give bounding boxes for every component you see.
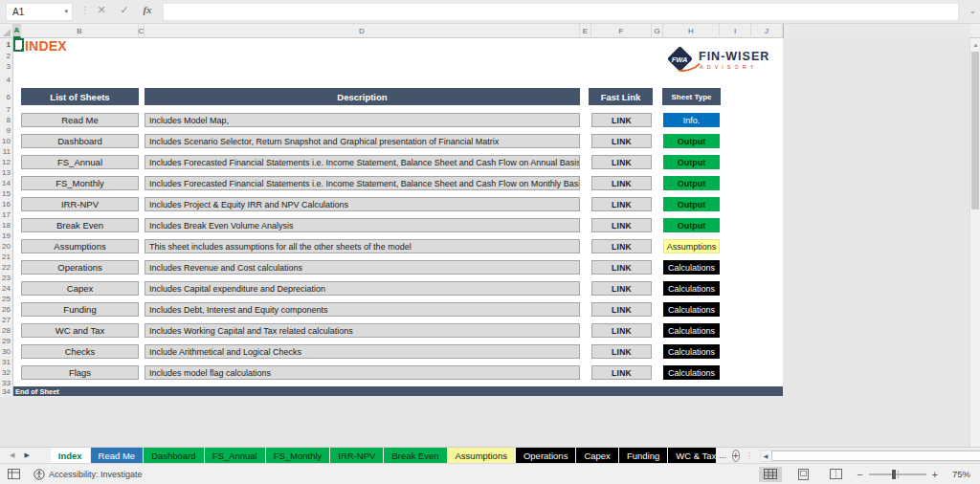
name-box[interactable]: A1 ▾ [6, 3, 73, 21]
sheet-tab-break-even[interactable]: Break Even [384, 448, 446, 463]
fast-link-button[interactable]: LINK [591, 176, 652, 190]
formula-bar-expand-icon[interactable]: ⌄ [969, 6, 976, 15]
row-header-23[interactable]: 23 [0, 275, 12, 281]
insert-function-icon[interactable]: fx [138, 4, 157, 15]
sheet-tab-assumptions[interactable]: Assumptions [448, 448, 515, 463]
row-header-1[interactable]: 1 [0, 38, 12, 51]
fast-link-button[interactable]: LINK [591, 302, 652, 317]
fast-link-button[interactable]: LINK [591, 218, 652, 232]
row-header-9[interactable]: 9 [0, 127, 12, 134]
column-header-B[interactable]: B [21, 24, 139, 38]
vertical-scrollbar[interactable]: ▲ ▼ [969, 38, 980, 463]
row-header-27[interactable]: 27 [0, 317, 12, 323]
fast-link-button[interactable]: LINK [591, 197, 652, 211]
normal-view-button[interactable] [759, 467, 782, 482]
row-header-29[interactable]: 29 [0, 338, 12, 344]
new-sheet-button[interactable]: + [732, 450, 740, 462]
row-header-26[interactable]: 26 [0, 302, 12, 317]
sheet-tab-operations[interactable]: Operations [516, 448, 575, 463]
row-header-34[interactable]: 34 [0, 386, 12, 396]
fast-link-button[interactable]: LINK [591, 155, 652, 169]
zoom-level[interactable]: 75% [947, 469, 970, 479]
zoom-slider-thumb[interactable] [892, 470, 896, 479]
fast-link-button[interactable]: LINK [591, 239, 652, 253]
row-header-28[interactable]: 28 [0, 323, 12, 338]
row-header-25[interactable]: 25 [0, 296, 12, 302]
sheet-name-cell: IRR-NPV [21, 197, 139, 211]
row-header-8[interactable]: 8 [0, 113, 12, 127]
row-header-30[interactable]: 30 [0, 344, 12, 359]
sheet-tab-capex[interactable]: Capex [576, 448, 617, 463]
scroll-left-icon[interactable]: ◀ [761, 452, 771, 459]
column-header-G[interactable]: G [652, 24, 663, 38]
sheet-tab-read-me[interactable]: Read Me [91, 448, 144, 463]
fast-link-button[interactable]: LINK [591, 260, 652, 275]
column-header-J[interactable]: J [751, 24, 783, 38]
row-header-4[interactable]: 4 [0, 73, 12, 86]
accessibility-status[interactable]: Accessibility: Investigate [33, 469, 143, 480]
scroll-up-icon[interactable]: ▲ [970, 38, 980, 51]
tab-scroll-right-icon[interactable]: ▶ [24, 451, 29, 459]
tab-scroll-left-icon[interactable]: ◀ [10, 451, 14, 459]
row-header-14[interactable]: 14 [0, 176, 12, 190]
row-header-20[interactable]: 20 [0, 239, 12, 253]
page-layout-view-button[interactable] [791, 467, 814, 482]
sheet-tab-fs-monthly[interactable]: FS_Monthly [266, 448, 330, 463]
horizontal-scrollbar[interactable]: ◀ ▶ [760, 450, 980, 462]
row-header-15[interactable]: 15 [0, 190, 12, 197]
column-header-I[interactable]: I [720, 24, 751, 38]
selected-cell-a1[interactable] [13, 38, 24, 52]
sheet-tab-irr-npv[interactable]: IRR-NPV [330, 448, 383, 463]
page-break-view-button[interactable] [824, 467, 847, 482]
fast-link-button[interactable]: LINK [591, 344, 652, 359]
fast-link-button[interactable]: LINK [591, 365, 652, 380]
sheet-tab-fs-annual[interactable]: FS_Annual [205, 448, 265, 463]
row-header-32[interactable]: 32 [0, 365, 12, 380]
fast-link-button[interactable]: LINK [591, 323, 652, 338]
row-header-21[interactable]: 21 [0, 253, 12, 260]
formula-input[interactable] [163, 3, 959, 21]
row-header-12[interactable]: 12 [0, 155, 12, 169]
fast-link-button[interactable]: LINK [591, 134, 652, 148]
row-header-3[interactable]: 3 [0, 60, 12, 73]
row-header-13[interactable]: 13 [0, 169, 12, 176]
sheet-tab-index[interactable]: Index [51, 448, 90, 463]
column-header-E[interactable]: E [580, 24, 591, 38]
sheet-tab-wc-tax[interactable]: WC & Tax [668, 448, 716, 463]
fast-link-button[interactable]: LINK [591, 281, 652, 296]
description-cell: Includes Revenue and Cost calculations [145, 260, 580, 275]
zoom-in-icon[interactable]: + [932, 469, 938, 480]
row-header-11[interactable]: 11 [0, 148, 12, 155]
enter-icon[interactable]: ✓ [115, 4, 134, 16]
zoom-out-icon[interactable]: − [857, 469, 862, 480]
row-header-16[interactable]: 16 [0, 197, 12, 211]
cancel-icon[interactable]: ✕ [92, 4, 111, 16]
fast-link-button[interactable]: LINK [591, 113, 652, 127]
row-header-7[interactable]: 7 [0, 105, 12, 113]
row-header-6[interactable]: 6 [0, 88, 12, 105]
tab-overflow-indicator[interactable]: ... [719, 448, 726, 463]
column-header-H[interactable]: H [663, 24, 720, 38]
row-header-10[interactable]: 10 [0, 134, 12, 148]
horizontal-scrollbar-thumb[interactable] [771, 451, 980, 461]
row-header-31[interactable]: 31 [0, 359, 12, 365]
column-header-A[interactable]: A [13, 24, 21, 38]
row-header-18[interactable]: 18 [0, 218, 12, 232]
zoom-slider[interactable] [869, 473, 926, 475]
vertical-scrollbar-thumb[interactable] [971, 52, 979, 209]
row-header-19[interactable]: 19 [0, 232, 12, 239]
logo-diamond-icon: FWA [668, 48, 691, 71]
row-header-17[interactable]: 17 [0, 211, 12, 218]
row-header-24[interactable]: 24 [0, 281, 12, 296]
row-header-22[interactable]: 22 [0, 260, 12, 275]
sheet-tab-dashboard[interactable]: Dashboard [144, 448, 203, 463]
column-header-F[interactable]: F [591, 24, 652, 38]
sheet-type-badge: Output [663, 155, 720, 169]
select-all-corner[interactable] [0, 24, 13, 38]
name-box-dropdown-icon[interactable]: ▾ [64, 8, 68, 15]
row-header-2[interactable]: 2 [0, 51, 12, 60]
sheet-tab-funding[interactable]: Funding [619, 448, 667, 463]
fill-handle[interactable] [21, 49, 24, 52]
column-header-D[interactable]: D [145, 24, 580, 38]
row-header-33[interactable]: 33 [0, 380, 12, 386]
